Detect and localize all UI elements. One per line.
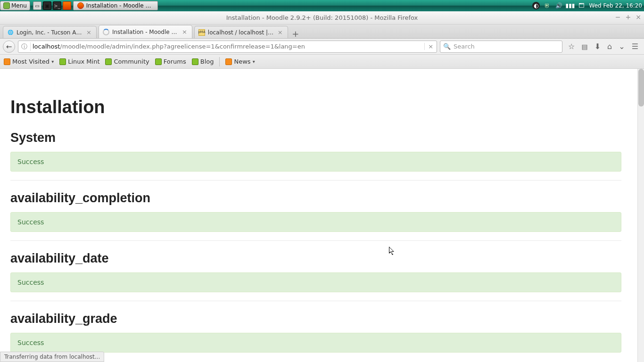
- network-icon[interactable]: ▮▮▮: [566, 2, 574, 9]
- status-success: Success: [10, 333, 621, 353]
- bookmarks-toolbar: Most Visited▾ Linux Mint Community Forum…: [0, 55, 644, 69]
- site-info-icon[interactable]: ⓘ: [18, 42, 31, 51]
- separator: [10, 180, 621, 181]
- bookmarks-separator: [219, 57, 220, 66]
- bookmark-forums[interactable]: Forums: [155, 58, 186, 65]
- tab-close-icon[interactable]: ×: [181, 28, 188, 35]
- bookmark-news[interactable]: News▾: [225, 58, 255, 65]
- hamburger-menu-icon[interactable]: ☰: [632, 42, 638, 51]
- clock-text[interactable]: Wed Feb 22, 16:20: [589, 2, 642, 9]
- search-icon: 🔍: [443, 43, 451, 50]
- loading-spinner-icon: [103, 29, 109, 35]
- page-viewport[interactable]: Installation System Success availability…: [0, 69, 644, 362]
- status-success: Success: [10, 152, 621, 172]
- rss-icon: [225, 58, 232, 65]
- chevron-down-icon: ▾: [51, 59, 54, 64]
- bookmark-most-visited[interactable]: Most Visited▾: [4, 58, 54, 65]
- downloads-icon[interactable]: ⬇: [594, 42, 601, 51]
- window-title: Installation - Moodle 2.9.2+ (Build: 201…: [226, 14, 418, 21]
- page-content: Installation System Success availability…: [0, 69, 632, 362]
- globe-icon: 🌐: [7, 29, 14, 36]
- section-heading: availability_grade: [10, 312, 621, 326]
- site-icon: [59, 58, 66, 65]
- maximize-icon[interactable]: +: [626, 13, 631, 21]
- bookmark-star-icon[interactable]: ☆: [568, 42, 575, 51]
- firefox-launcher-icon[interactable]: [63, 1, 71, 10]
- separator: [10, 301, 621, 301]
- minimize-icon[interactable]: −: [615, 13, 621, 21]
- address-bar[interactable]: ⓘ localhost/moodle/moodle/admin/index.ph…: [18, 41, 437, 53]
- folder-icon: [4, 58, 10, 65]
- system-taskbar: Menu ▭ ▣ >_ Installation - Moodle 2... ◐…: [0, 0, 644, 11]
- site-icon: [105, 58, 112, 65]
- back-button[interactable]: ←: [3, 41, 15, 53]
- menu-button[interactable]: Menu: [0, 1, 30, 10]
- page-title: Installation: [10, 97, 621, 117]
- library-icon[interactable]: ▤: [581, 43, 587, 50]
- tab-installation[interactable]: Installation - Moodle 2.9.... ×: [99, 25, 192, 38]
- files-icon[interactable]: ▣: [43, 1, 51, 10]
- show-desktop-icon[interactable]: ▭: [33, 1, 41, 10]
- update-icon[interactable]: ◐: [532, 2, 540, 9]
- section-heading: System: [10, 131, 621, 145]
- mint-logo-icon: [3, 2, 10, 9]
- status-bar: Transferring data from localhost...: [0, 352, 104, 362]
- tab-label: localhost / localhost | ph...: [208, 29, 274, 36]
- tab-phpmyadmin[interactable]: pMA localhost / localhost | ph... ×: [194, 26, 288, 38]
- scroll-thumb[interactable]: [638, 69, 644, 107]
- tab-close-icon[interactable]: ×: [277, 29, 284, 36]
- tab-label: Installation - Moodle 2.9....: [112, 29, 178, 35]
- search-bar[interactable]: 🔍 Search: [440, 41, 562, 53]
- status-success: Success: [10, 272, 621, 292]
- stop-reload-icon[interactable]: ×: [424, 43, 437, 50]
- new-tab-button[interactable]: +: [290, 29, 301, 38]
- taskbar-window-label: Installation - Moodle 2...: [86, 2, 154, 9]
- scrollbar[interactable]: [637, 69, 644, 362]
- url-text: localhost/moodle/moodle/admin/index.php?…: [31, 43, 424, 50]
- separator: [10, 240, 621, 241]
- shield-icon[interactable]: ⛨: [544, 2, 551, 9]
- browser-navbar: ← ⓘ localhost/moodle/moodle/admin/index.…: [0, 39, 644, 55]
- phpmyadmin-icon: pMA: [198, 29, 205, 36]
- status-success: Success: [10, 212, 621, 232]
- browser-tabs: 🌐 Login, Inc. - Tucson Arizona B... × In…: [0, 25, 644, 39]
- sound-icon[interactable]: 🔊: [555, 2, 562, 9]
- bookmark-linux-mint[interactable]: Linux Mint: [59, 58, 99, 65]
- section-heading: availability_completion: [10, 191, 621, 206]
- firefox-icon: [77, 2, 84, 9]
- home-icon[interactable]: ⌂: [607, 42, 612, 51]
- terminal-icon[interactable]: >_: [53, 1, 61, 10]
- window-titlebar: Installation - Moodle 2.9.2+ (Build: 201…: [0, 11, 644, 25]
- pocket-icon[interactable]: ⌄: [619, 42, 625, 51]
- menu-label: Menu: [11, 2, 27, 9]
- close-icon[interactable]: ×: [636, 13, 641, 21]
- site-icon: [155, 58, 162, 65]
- search-placeholder: Search: [454, 43, 475, 50]
- bookmark-community[interactable]: Community: [105, 58, 149, 65]
- battery-icon[interactable]: 🗔: [578, 2, 585, 9]
- taskbar-window-item[interactable]: Installation - Moodle 2...: [73, 1, 158, 10]
- status-text: Transferring data from localhost...: [4, 354, 100, 360]
- section-heading: availability_date: [10, 251, 621, 266]
- chevron-down-icon: ▾: [253, 59, 255, 64]
- tab-login[interactable]: 🌐 Login, Inc. - Tucson Arizona B... ×: [3, 26, 97, 38]
- tab-close-icon[interactable]: ×: [85, 29, 92, 36]
- bookmark-blog[interactable]: Blog: [192, 58, 214, 65]
- tab-label: Login, Inc. - Tucson Arizona B...: [17, 29, 83, 36]
- site-icon: [192, 58, 198, 65]
